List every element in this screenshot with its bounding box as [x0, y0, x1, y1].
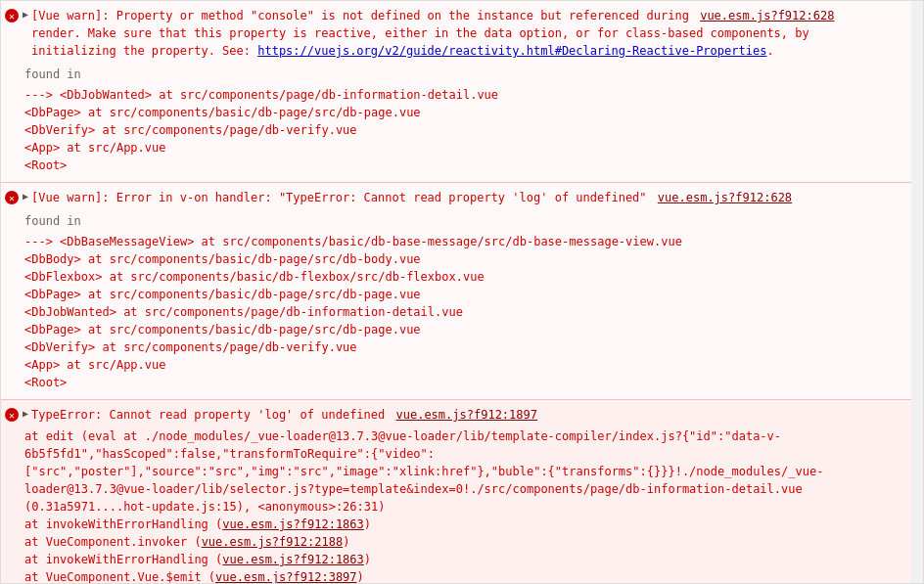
error-block-3: ✕ ▶ TypeError: Cannot read property 'log… [1, 400, 923, 584]
error-body-1: found in ---> <DbJobWanted> at src/compo… [1, 62, 923, 178]
found-in-2: found in [24, 212, 919, 231]
error-source-link-3[interactable]: vue.esm.js?f912:1897 [396, 408, 538, 422]
stack-line-1-3: <App> at src/App.vue [24, 139, 919, 157]
console-panel[interactable]: ✕ ▶ [Vue warn]: Property or method "cons… [0, 0, 924, 584]
stack-line-3-1: ["src","poster"],"source":"src","img":"s… [24, 463, 919, 516]
error-body-2: found in ---> <DbBaseMessageView> at src… [1, 208, 923, 395]
stack-line-3-5: at VueComponent.Vue.$emit (vue.esm.js?f9… [24, 568, 919, 584]
stack-line-2-4: <DbJobWanted> at src/components/page/db-… [24, 303, 919, 321]
error-msg-text-1c: initializing the property. See: [31, 44, 257, 58]
stack-line-3-4: at invokeWithErrorHandling (vue.esm.js?f… [24, 551, 919, 568]
error-source-link-1[interactable]: vue.esm.js?f912:628 [700, 9, 834, 22]
error-msg-text-1b: render. Make sure that this property is … [31, 26, 809, 40]
error-message-1: [Vue warn]: Property or method "console"… [31, 7, 919, 60]
error-header-1: ✕ ▶ [Vue warn]: Property or method "cons… [1, 5, 923, 62]
stack-line-3-2: at invokeWithErrorHandling (vue.esm.js?f… [24, 516, 919, 533]
error-icon-1: ✕ [5, 9, 19, 22]
error-header-3: ✕ ▶ TypeError: Cannot read property 'log… [1, 404, 923, 426]
error-header-2: ✕ ▶ [Vue warn]: Error in v-on handler: "… [1, 187, 923, 208]
collapse-arrow-1[interactable]: ▶ [23, 7, 28, 22]
stack-line-3-0: at edit (eval at ./node_modules/_vue-loa… [24, 427, 919, 463]
scrollbar-track[interactable] [911, 1, 923, 583]
link-3-2[interactable]: vue.esm.js?f912:1863 [222, 517, 364, 531]
error-icon-3: ✕ [5, 408, 19, 422]
error-block-2: ✕ ▶ [Vue warn]: Error in v-on handler: "… [1, 183, 923, 400]
stack-line-2-3: <DbPage> at src/components/basic/db-page… [24, 286, 919, 303]
stack-line-3-3: at VueComponent.invoker (vue.esm.js?f912… [24, 533, 919, 551]
error-msg-text-3: TypeError: Cannot read property 'log' of… [31, 408, 385, 422]
link-3-5[interactable]: vue.esm.js?f912:3897 [215, 570, 357, 584]
stack-line-2-0: ---> <DbBaseMessageView> at src/componen… [24, 233, 919, 250]
error-block-1: ✕ ▶ [Vue warn]: Property or method "cons… [1, 1, 923, 183]
link-3-3[interactable]: vue.esm.js?f912:2188 [202, 535, 344, 549]
stack-line-1-4: <Root> [24, 157, 919, 174]
stack-line-2-2: <DbFlexbox> at src/components/basic/db-f… [24, 268, 919, 286]
link-3-4[interactable]: vue.esm.js?f912:1863 [222, 553, 364, 566]
stack-line-2-5: <DbPage> at src/components/basic/db-page… [24, 321, 919, 338]
stack-line-2-8: <Root> [24, 374, 919, 391]
stack-line-1-0: ---> <DbJobWanted> at src/components/pag… [24, 86, 919, 104]
stack-line-1-2: <DbVerify> at src/components/page/db-ver… [24, 121, 919, 139]
error-message-2: [Vue warn]: Error in v-on handler: "Type… [31, 189, 919, 206]
error-message-3: TypeError: Cannot read property 'log' of… [31, 406, 919, 424]
stack-line-1-1: <DbPage> at src/components/basic/db-page… [24, 104, 919, 121]
error-icon-2: ✕ [5, 191, 19, 204]
stack-line-2-6: <DbVerify> at src/components/page/db-ver… [24, 338, 919, 356]
reactivity-url-link[interactable]: https://vuejs.org/v2/guide/reactivity.ht… [257, 44, 766, 58]
found-in-1: found in [24, 66, 919, 84]
collapse-arrow-3[interactable]: ▶ [23, 406, 28, 421]
stack-line-2-7: <App> at src/App.vue [24, 356, 919, 374]
error-body-3: at edit (eval at ./node_modules/_vue-loa… [1, 426, 923, 584]
error-source-link-2[interactable]: vue.esm.js?f912:628 [658, 191, 792, 204]
stack-line-2-1: <DbBody> at src/components/basic/db-page… [24, 250, 919, 268]
error-msg-text-2: [Vue warn]: Error in v-on handler: "Type… [31, 191, 647, 204]
collapse-arrow-2[interactable]: ▶ [23, 189, 28, 203]
error-msg-text-1: [Vue warn]: Property or method "console"… [31, 9, 689, 22]
